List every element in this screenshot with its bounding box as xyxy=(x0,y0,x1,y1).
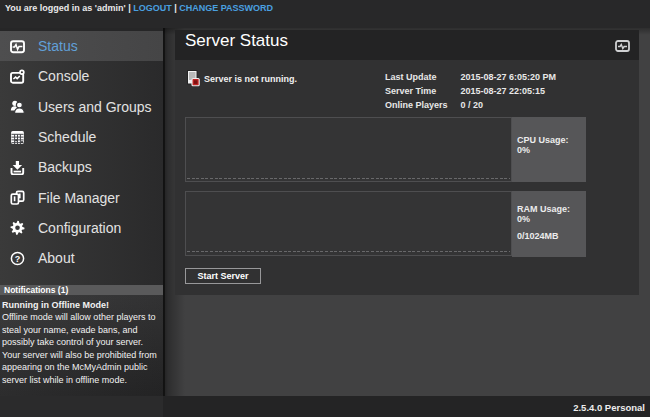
svg-text:?: ? xyxy=(15,254,21,264)
